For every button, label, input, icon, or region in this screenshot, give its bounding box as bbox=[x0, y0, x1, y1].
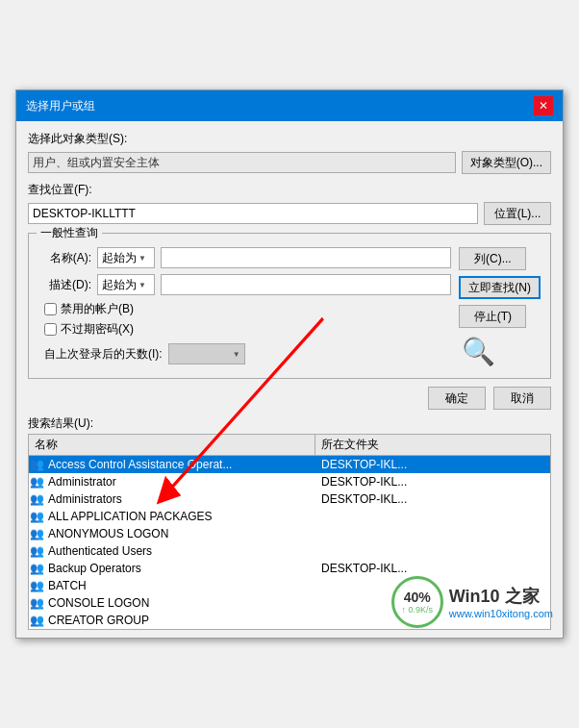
row-name: Administrators bbox=[48, 492, 122, 506]
results-header: 名称 所在文件夹 bbox=[29, 435, 550, 456]
row-folder bbox=[315, 533, 550, 535]
close-button[interactable]: ✕ bbox=[534, 96, 553, 115]
row-folder bbox=[315, 619, 550, 621]
row-icon: 👥 bbox=[29, 457, 44, 472]
name-dropdown[interactable]: 起始为 ▼ bbox=[97, 247, 155, 268]
row-name: CONSOLE LOGON bbox=[48, 596, 149, 610]
query-buttons: 列(C)... 立即查找(N) 停止(T) 🔍 bbox=[459, 247, 541, 368]
object-type-row: 对象类型(O)... bbox=[28, 151, 551, 174]
columns-button[interactable]: 列(C)... bbox=[459, 247, 526, 270]
object-type-button[interactable]: 对象类型(O)... bbox=[462, 151, 551, 174]
results-body: 👥 Access Control Assistance Operat... DE… bbox=[29, 456, 550, 629]
name-dropdown-arrow: ▼ bbox=[138, 254, 146, 263]
col-header-name: 名称 bbox=[29, 435, 315, 455]
no-expire-label: 不过期密码(X) bbox=[61, 321, 134, 338]
row-folder bbox=[315, 585, 550, 587]
row-icon: 👥 bbox=[29, 578, 44, 593]
results-area: 搜索结果(U): 名称 所在文件夹 👥 Access Control Assis… bbox=[28, 415, 551, 630]
desc-input[interactable] bbox=[161, 274, 451, 295]
disabled-accounts-label: 禁用的帐户(B) bbox=[61, 301, 134, 317]
results-body-container: 👥 Access Control Assistance Operat... DE… bbox=[29, 456, 550, 629]
row-name: CREATOR GROUP bbox=[48, 614, 149, 627]
row-folder: DESKTOP-IKL... bbox=[315, 474, 550, 490]
confirm-row: 确定 取消 bbox=[28, 387, 551, 410]
results-table: 名称 所在文件夹 👥 Access Control Assistance Ope… bbox=[28, 434, 551, 630]
days-label: 自上次登录后的天数(I): bbox=[44, 346, 163, 363]
table-row[interactable]: 👥 CONSOLE LOGON bbox=[29, 594, 550, 612]
row-icon: 👥 bbox=[29, 509, 44, 524]
row-folder: DESKTOP-IKL... bbox=[315, 561, 550, 576]
table-row[interactable]: 👥 Administrators DESKTOP-IKL... bbox=[29, 490, 550, 508]
table-row[interactable]: 👥 Administrator DESKTOP-IKL... bbox=[29, 473, 550, 490]
row-name: BATCH bbox=[48, 579, 87, 592]
table-row[interactable]: 👥 Backup Operators DESKTOP-IKL... bbox=[29, 560, 550, 577]
name-row: 名称(A): 起始为 ▼ bbox=[38, 247, 451, 268]
title-bar: 选择用户或组 ✕ bbox=[16, 90, 563, 121]
location-button[interactable]: 位置(L)... bbox=[484, 202, 551, 225]
row-name: Administrator bbox=[48, 475, 116, 489]
row-icon: 👥 bbox=[29, 474, 44, 490]
row-folder: DESKTOP-IKL... bbox=[315, 457, 550, 472]
row-folder bbox=[315, 515, 550, 517]
object-type-input[interactable] bbox=[28, 152, 456, 173]
magnifier-icon: 🔍 bbox=[462, 336, 495, 367]
select-user-dialog: 选择用户或组 ✕ 选择此对象类型(S): 对象类型(O)... 查找位置(F):… bbox=[15, 89, 564, 639]
location-label: 查找位置(F): bbox=[28, 182, 551, 198]
no-expire-row: 不过期密码(X) bbox=[44, 321, 451, 338]
row-icon: 👥 bbox=[29, 561, 44, 576]
location-input[interactable] bbox=[28, 203, 478, 224]
table-row[interactable]: 👥 ANONYMOUS LOGON bbox=[29, 525, 550, 542]
disabled-accounts-row: 禁用的帐户(B) bbox=[44, 301, 451, 317]
row-folder bbox=[315, 602, 550, 604]
days-dropdown-arrow: ▼ bbox=[233, 350, 240, 359]
dialog-title: 选择用户或组 bbox=[26, 98, 95, 114]
dialog-body: 选择此对象类型(S): 对象类型(O)... 查找位置(F): 位置(L)...… bbox=[16, 121, 563, 638]
general-query-title: 一般性查询 bbox=[37, 225, 102, 241]
no-expire-checkbox[interactable] bbox=[44, 323, 57, 336]
location-row: 位置(L)... bbox=[28, 202, 551, 225]
row-icon: 👥 bbox=[29, 613, 44, 628]
desc-row: 描述(D): 起始为 ▼ bbox=[38, 274, 451, 295]
row-icon: 👥 bbox=[29, 526, 44, 541]
disabled-accounts-checkbox[interactable] bbox=[44, 303, 57, 315]
results-label: 搜索结果(U): bbox=[28, 415, 551, 432]
desc-dropdown[interactable]: 起始为 ▼ bbox=[97, 274, 155, 295]
object-type-label: 选择此对象类型(S): bbox=[28, 131, 551, 147]
search-icon-area: 🔍 bbox=[459, 334, 497, 368]
row-name: Access Control Assistance Operat... bbox=[48, 458, 232, 471]
table-row[interactable]: 👥 Access Control Assistance Operat... DE… bbox=[29, 456, 550, 473]
query-form: 名称(A): 起始为 ▼ 描述(D): 起始为 ▼ bbox=[38, 247, 451, 368]
ok-button[interactable]: 确定 bbox=[428, 387, 486, 410]
row-folder bbox=[315, 550, 550, 552]
days-dropdown[interactable]: ▼ bbox=[168, 343, 245, 364]
col-header-folder: 所在文件夹 bbox=[315, 435, 550, 455]
row-name: Authenticated Users bbox=[48, 544, 152, 558]
table-row[interactable]: 👥 CREATOR GROUP bbox=[29, 612, 550, 629]
name-label: 名称(A): bbox=[38, 250, 91, 266]
row-folder: DESKTOP-IKL... bbox=[315, 491, 550, 507]
table-row[interactable]: 👥 ALL APPLICATION PACKAGES bbox=[29, 508, 550, 525]
desc-dropdown-arrow: ▼ bbox=[138, 281, 146, 289]
row-icon: 👥 bbox=[29, 595, 44, 611]
days-row: 自上次登录后的天数(I): ▼ bbox=[44, 343, 451, 364]
row-icon: 👥 bbox=[29, 543, 44, 559]
cancel-button[interactable]: 取消 bbox=[493, 387, 551, 410]
row-name: ANONYMOUS LOGON bbox=[48, 527, 168, 540]
row-name: ALL APPLICATION PACKAGES bbox=[48, 510, 213, 523]
search-button[interactable]: 立即查找(N) bbox=[459, 276, 541, 299]
row-name: Backup Operators bbox=[48, 562, 141, 575]
name-input[interactable] bbox=[161, 247, 451, 268]
table-row[interactable]: 👥 BATCH bbox=[29, 577, 550, 594]
row-icon: 👥 bbox=[29, 491, 44, 507]
table-row[interactable]: 👥 Authenticated Users bbox=[29, 542, 550, 560]
general-query-group: 一般性查询 名称(A): 起始为 ▼ 描述( bbox=[28, 233, 551, 379]
desc-label: 描述(D): bbox=[38, 277, 91, 293]
stop-button[interactable]: 停止(T) bbox=[459, 305, 526, 328]
